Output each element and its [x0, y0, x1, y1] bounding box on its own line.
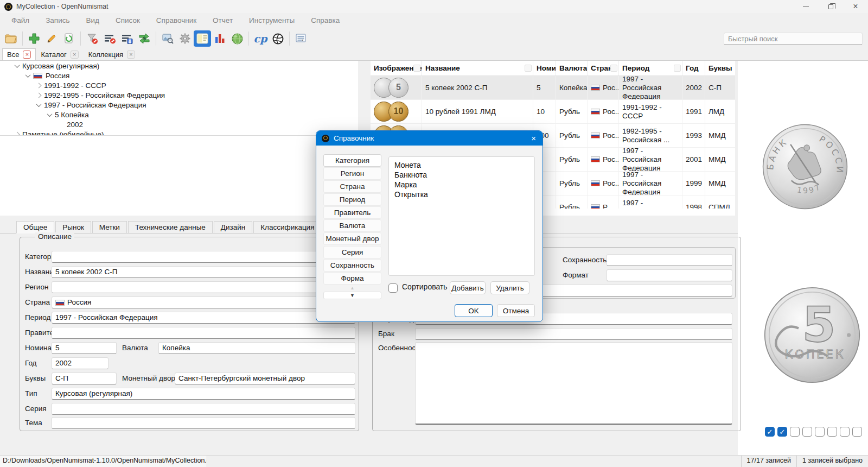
chevron-down-icon[interactable] — [47, 111, 53, 117]
series-field[interactable] — [52, 403, 355, 415]
edit-coin-button[interactable] — [43, 30, 60, 47]
image-slot-checkbox-3[interactable] — [790, 427, 800, 437]
menu-help[interactable]: Справка — [303, 13, 348, 28]
section-series-button[interactable]: Серия — [323, 246, 381, 258]
tree-item[interactable]: 5 Копейка — [0, 110, 358, 119]
mint-field[interactable]: Санкт-Петербургский монетный двор — [175, 373, 355, 384]
tab-collection[interactable]: Коллекция × — [84, 48, 140, 60]
colnect-link-button[interactable]: ср — [252, 30, 269, 47]
column-filter-button[interactable] — [413, 65, 420, 72]
menu-list[interactable]: Список — [107, 13, 148, 28]
column-header-country[interactable]: Страна — [588, 61, 619, 75]
menu-record[interactable]: Запись — [37, 13, 78, 28]
section-grade-button[interactable]: Сохранность — [323, 259, 381, 272]
save-sorting-button[interactable] — [118, 30, 136, 47]
settings-button[interactable] — [176, 30, 194, 47]
column-header-currency[interactable]: Валюта — [556, 61, 588, 75]
column-header-year[interactable]: Год — [682, 61, 705, 75]
list-item[interactable]: Банкнота — [394, 170, 529, 180]
reference-items-list[interactable]: Монета Банкнота Марка Открытка — [388, 156, 535, 276]
column-header-name[interactable]: Название — [422, 61, 533, 75]
statistics-button[interactable] — [211, 30, 228, 47]
menu-file[interactable]: Файл — [3, 13, 37, 28]
exchange-rates-button[interactable]: $ — [136, 30, 153, 47]
tab-close-icon[interactable]: × — [127, 51, 135, 59]
chevron-down-icon[interactable] — [36, 102, 42, 107]
image-viewer-button[interactable] — [159, 30, 176, 47]
letters-field[interactable]: С-П — [52, 373, 117, 384]
grade-field[interactable] — [607, 254, 732, 266]
image-slot-checkbox-7[interactable] — [840, 427, 850, 437]
tab-close-icon[interactable]: × — [23, 51, 31, 59]
delete-button[interactable]: Удалить — [490, 281, 529, 294]
dialog-close-button[interactable]: × — [531, 134, 536, 143]
scroll-down-button[interactable]: ▼ — [323, 292, 381, 299]
clear-filters-button[interactable] — [84, 30, 101, 47]
section-country-button[interactable]: Страна — [323, 180, 381, 193]
summary-button[interactable] — [292, 30, 310, 47]
table-row[interactable]: 5 5 копеек 2002 С-П 5 Копейка Рос... 199… — [371, 76, 735, 100]
denomination-field[interactable]: 5 — [52, 342, 117, 354]
clear-sorting-button[interactable] — [101, 30, 118, 47]
tree-item[interactable]: 1991-1992 - СССР — [0, 80, 358, 90]
subject-field[interactable] — [52, 417, 355, 429]
sort-checkbox[interactable] — [388, 283, 398, 293]
table-row[interactable]: 10 10 рублей 1991 ЛМД 10 Рубль Рос... 19… — [371, 100, 735, 124]
tab-all[interactable]: Все × — [2, 48, 36, 60]
web-site-button[interactable] — [269, 30, 286, 47]
minimize-button[interactable] — [793, 0, 818, 13]
ok-button[interactable]: OK — [455, 304, 493, 317]
tab-labels[interactable]: Метки — [92, 221, 127, 233]
scroll-up-button[interactable]: ▲ — [323, 285, 381, 291]
section-mint-button[interactable]: Монетный двор — [323, 232, 381, 245]
cancel-button[interactable]: Отмена — [497, 304, 535, 317]
column-filter-button[interactable] — [525, 65, 532, 72]
tree-item[interactable]: Россия — [0, 71, 358, 80]
tree-item[interactable]: Памятные (юбилейные) — [0, 129, 358, 136]
section-currency-button[interactable]: Валюта — [323, 219, 381, 232]
image-slot-checkbox-2[interactable]: ✓ — [777, 427, 787, 437]
info-panel-toggle[interactable] — [194, 30, 211, 47]
section-shape-button[interactable]: Форма — [323, 272, 381, 285]
title-field[interactable]: 5 копеек 2002 С-П — [52, 266, 355, 278]
image-slot-checkbox-1[interactable]: ✓ — [765, 427, 775, 437]
dialog-title-bar[interactable]: Справочник × — [316, 131, 542, 146]
coin-obverse-image[interactable]: БАНК РОССИИ 1997 — [762, 124, 848, 210]
features-textarea[interactable] — [415, 342, 732, 425]
section-region-button[interactable]: Регион — [323, 167, 381, 180]
tab-general[interactable]: Общее — [16, 221, 54, 234]
image-slot-checkbox-8[interactable] — [852, 427, 862, 437]
ruler-field[interactable] — [52, 327, 355, 339]
period-field[interactable]: 1997 - Российская Федерация — [52, 312, 355, 324]
quick-search-input[interactable]: Быстрый поиск — [724, 33, 863, 45]
menu-tools[interactable]: Инструменты — [241, 13, 303, 28]
section-ruler-button[interactable]: Правитель — [323, 206, 381, 219]
country-field[interactable]: Россия — [52, 296, 355, 308]
defect-field[interactable] — [415, 328, 732, 340]
tab-classification[interactable]: Классификация — [253, 221, 321, 233]
tab-market[interactable]: Рынок — [55, 221, 91, 233]
chevron-right-icon[interactable] — [15, 131, 20, 136]
list-item[interactable]: Монета — [394, 160, 529, 170]
column-filter-button[interactable] — [610, 65, 617, 72]
format-field[interactable] — [607, 269, 732, 281]
restore-button[interactable] — [818, 0, 843, 13]
column-header-denomination[interactable]: Номинал — [533, 61, 556, 75]
close-button[interactable]: × — [843, 0, 868, 13]
column-header-letters[interactable]: Буквы — [705, 61, 735, 75]
type-field[interactable]: Курсовая (регулярная) — [52, 388, 355, 400]
year-field[interactable]: 2002 — [52, 357, 108, 369]
section-category-button[interactable]: Категория — [323, 154, 381, 167]
image-slot-checkbox-5[interactable] — [815, 427, 825, 437]
tab-catalog[interactable]: Каталог × — [36, 48, 83, 60]
open-collection-button[interactable] — [2, 30, 20, 47]
chevron-right-icon[interactable] — [36, 83, 42, 88]
coin-reverse-image[interactable]: 5 КОПЕЕК — [764, 287, 860, 383]
tab-close-icon[interactable]: × — [71, 51, 79, 59]
chevron-right-icon[interactable] — [36, 92, 42, 98]
tree-item[interactable]: 2002 — [0, 119, 358, 129]
tab-technical[interactable]: Технические данные — [128, 221, 213, 233]
menu-reference[interactable]: Справочник — [148, 13, 205, 28]
column-header-period[interactable]: Период — [619, 61, 682, 75]
region-field[interactable] — [52, 281, 355, 293]
